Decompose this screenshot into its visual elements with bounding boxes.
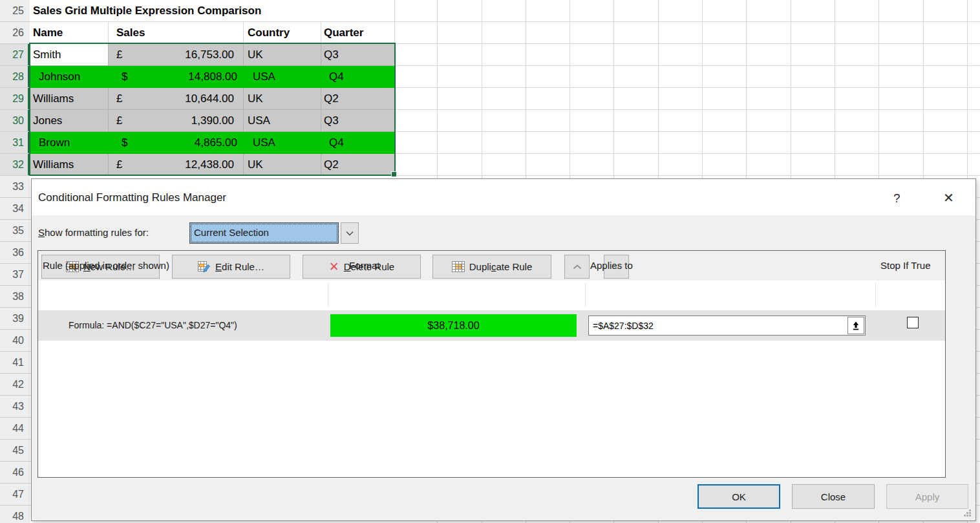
cell-name[interactable]: Smith	[30, 44, 109, 66]
amount: 14,808.00	[188, 66, 243, 87]
apply-button[interactable]: Apply	[886, 484, 968, 509]
cell-country[interactable]: USA	[244, 110, 321, 132]
applies-to-input[interactable]	[589, 316, 847, 335]
column-separator	[328, 283, 328, 306]
col-header-country[interactable]: Country	[244, 22, 321, 44]
close-button[interactable]: Close	[792, 484, 875, 509]
sheet-row-32: Williams £12,438.00 UK Q2	[30, 154, 980, 176]
row-header[interactable]: 46	[0, 462, 30, 484]
duplicate-rule-grid-icon	[452, 261, 465, 272]
edit-rule-button[interactable]: Edit Rule…	[172, 255, 290, 279]
currency-symbol: £	[109, 110, 122, 131]
ok-button[interactable]: OK	[698, 484, 780, 509]
sheet-row-29: Williams £10,644.00 UK Q2	[30, 88, 980, 110]
cell-quarter[interactable]: Q3	[321, 110, 395, 132]
row-header[interactable]: 29	[0, 88, 30, 110]
row-header[interactable]: 28	[0, 66, 30, 88]
row-header[interactable]: 30	[0, 110, 30, 132]
sheet-row-28: Johnson $14,808.00 USA Q4	[30, 66, 980, 88]
row-header[interactable]: 43	[0, 396, 30, 418]
cell-sales[interactable]: £10,644.00	[109, 88, 244, 110]
col-header-name[interactable]: Name	[30, 22, 109, 44]
cell-sales[interactable]: £12,438.00	[109, 154, 244, 176]
cell-country[interactable]: UK	[244, 44, 321, 66]
cell-sales[interactable]: £1,390.00	[109, 110, 244, 132]
row-header[interactable]: 40	[0, 330, 30, 352]
accel-key: S	[38, 227, 45, 238]
col-header-sales[interactable]: Sales	[109, 22, 244, 44]
cell-quarter[interactable]: Q3	[321, 44, 395, 66]
show-rules-dropdown-value[interactable]: Current Selection	[189, 222, 339, 244]
sheet-title-cell[interactable]: Sales Grid Multiple Expression Compariso…	[30, 0, 395, 22]
currency-symbol: £	[109, 88, 122, 109]
show-formatting-rules-label: Show formatting rules for:	[38, 227, 149, 238]
row-header[interactable]: 42	[0, 374, 30, 396]
row-header[interactable]: 31	[0, 132, 30, 154]
row-header[interactable]: 45	[0, 440, 30, 462]
row-header[interactable]: 39	[0, 308, 30, 330]
amount: 12,438.00	[185, 154, 243, 175]
duplicate-rule-button[interactable]: Duplicate Rule	[432, 255, 551, 279]
button-label: Edit Rule…	[215, 261, 264, 272]
cell-quarter[interactable]: Q4	[321, 132, 395, 154]
row-header[interactable]: 36	[0, 242, 30, 264]
cell-quarter[interactable]: Q2	[321, 154, 395, 176]
row-header[interactable]: 37	[0, 264, 30, 286]
column-separator	[875, 283, 876, 306]
row-header[interactable]: 33	[0, 176, 30, 198]
rule-row[interactable]: Formula: =AND($C27="USA",$D27="Q4") $38,…	[38, 310, 945, 341]
row-header[interactable]: 35	[0, 220, 30, 242]
cell-country[interactable]: UK	[244, 88, 321, 110]
sheet-row-31: Brown $4,865.00 USA Q4	[30, 132, 980, 154]
resize-grip[interactable]	[963, 508, 972, 517]
cell-name[interactable]: Johnson	[30, 66, 109, 88]
row-header[interactable]: 25	[0, 0, 30, 22]
row-header[interactable]: 34	[0, 198, 30, 220]
cell-country[interactable]: USA	[244, 132, 321, 154]
amount: 10,644.00	[185, 88, 243, 109]
close-icon[interactable]: ✕	[943, 190, 954, 206]
stop-if-true-checkbox[interactable]	[907, 317, 919, 328]
sheet-row-26: Name Sales Country Quarter	[30, 22, 980, 44]
cell-name[interactable]: Williams	[30, 154, 109, 176]
cell-sales[interactable]: $4,865.00	[109, 132, 244, 154]
cell-quarter[interactable]: Q2	[321, 88, 395, 110]
format-preview: $38,718.00	[330, 314, 577, 337]
row-header[interactable]: 48	[0, 506, 30, 523]
label-rest: how formatting rules for:	[45, 227, 149, 238]
cell-quarter[interactable]: Q4	[321, 66, 395, 88]
currency-symbol: $	[109, 132, 127, 153]
cell-country[interactable]: UK	[244, 154, 321, 176]
help-icon[interactable]: ?	[893, 191, 900, 206]
move-rule-up-button[interactable]	[564, 255, 590, 279]
dialog-title: Conditional Formatting Rules Manager	[38, 191, 226, 204]
rule-formula-text: Formula: =AND($C27="USA",$D27="Q4")	[69, 310, 237, 341]
col-header-quarter[interactable]: Quarter	[321, 22, 395, 44]
chevron-down-icon[interactable]	[341, 222, 359, 244]
cell-name[interactable]: Brown	[30, 132, 109, 154]
row-header[interactable]: 27	[0, 44, 30, 66]
row-header-column: 25 26 27 28 29 30 31 32 33 34 35 36 37 3…	[0, 0, 30, 523]
sheet-row-25: Sales Grid Multiple Expression Compariso…	[30, 0, 980, 22]
row-header[interactable]: 38	[0, 286, 30, 308]
row-header[interactable]: 47	[0, 484, 30, 506]
collapse-dialog-button[interactable]	[847, 317, 864, 334]
sheet-row-30: Jones £1,390.00 USA Q3	[30, 110, 980, 132]
column-header-format: Format	[349, 260, 380, 271]
row-header[interactable]: 26	[0, 22, 30, 44]
cell-name[interactable]: Williams	[30, 88, 109, 110]
row-header[interactable]: 41	[0, 352, 30, 374]
cell-sales[interactable]: £16,753.00	[109, 44, 244, 66]
cell-sales[interactable]: $14,808.00	[109, 66, 244, 88]
amount: 1,390.00	[191, 110, 243, 131]
dialog-titlebar: Conditional Formatting Rules Manager ? ✕	[32, 179, 975, 215]
cell-country[interactable]: USA	[244, 66, 321, 88]
row-header[interactable]: 32	[0, 154, 30, 176]
edit-rule-pencil-icon	[198, 261, 211, 273]
collapse-arrow-icon	[851, 321, 860, 331]
row-header[interactable]: 44	[0, 418, 30, 440]
conditional-formatting-rules-manager-dialog: Conditional Formatting Rules Manager ? ✕…	[31, 178, 976, 521]
rules-toolbar: New Rule… Edit Rule… ✕ Delete Rule Dupli…	[38, 251, 945, 281]
cell-name[interactable]: Jones	[30, 110, 109, 132]
column-separator	[585, 283, 586, 306]
